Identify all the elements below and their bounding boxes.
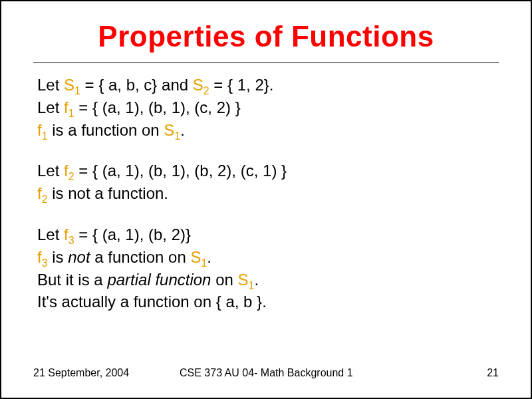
sym-sub: 1: [174, 130, 180, 141]
text: Let: [37, 225, 64, 243]
symbol-f2: f2: [64, 162, 74, 180]
text: = { (a, 1), (b, 2)}: [74, 225, 191, 243]
sym-sub: 2: [68, 171, 74, 182]
slide-content: Let S1 = { a, b, c} and S2 = { 1, 2}. Le…: [33, 75, 499, 312]
sym-letter: f: [64, 98, 68, 116]
text: Let: [37, 162, 64, 180]
block3-line1: Let f3 = { (a, 1), (b, 2)}: [37, 225, 499, 247]
footer-page-number: 21: [459, 367, 499, 379]
symbol-S2: S2: [193, 76, 209, 94]
block-3: Let f3 = { (a, 1), (b, 2)} f3 is not a f…: [37, 225, 499, 312]
sym-letter: S: [190, 248, 201, 266]
sym-sub: 1: [201, 257, 207, 269]
block1-line1: Let S1 = { a, b, c} and S2 = { 1, 2}.: [37, 75, 499, 98]
text: .: [180, 121, 185, 139]
sym-letter: S: [164, 121, 174, 139]
sym-sub: 1: [42, 130, 48, 141]
text: = { a, b, c} and: [80, 76, 193, 94]
text: .: [254, 271, 259, 289]
sym-letter: f: [37, 121, 42, 139]
sym-letter: f: [37, 248, 42, 266]
symbol-f1: f1: [64, 98, 74, 116]
text: is a function on: [48, 121, 164, 139]
emph-partial-function: partial function: [107, 271, 211, 289]
text: is: [48, 248, 68, 266]
block2-line1: Let f2 = { (a, 1), (b, 1), (b, 2), (c, 1…: [37, 161, 499, 184]
sym-letter: f: [64, 162, 68, 180]
symbol-S1: S1: [190, 248, 207, 266]
slide-title: Properties of Functions: [33, 20, 499, 53]
block1-line3: f1 is a function on S1.: [37, 120, 499, 143]
text: Let: [37, 76, 64, 94]
block-1: Let S1 = { a, b, c} and S2 = { 1, 2}. Le…: [37, 75, 499, 142]
symbol-S1: S1: [164, 121, 180, 139]
block3-line3: But it is a partial function on S1.: [37, 270, 499, 293]
symbol-f3: f3: [37, 248, 48, 266]
symbol-S1: S1: [238, 271, 255, 289]
sym-letter: S: [64, 76, 74, 94]
block3-line2: f3 is not a function on S1.: [37, 247, 499, 270]
title-divider: [33, 63, 499, 63]
slide-footer: 21 September, 2004 CSE 373 AU 04- Math B…: [33, 367, 499, 379]
text: a function on: [90, 248, 191, 266]
sym-sub: 2: [42, 194, 48, 205]
text: = { 1, 2}.: [209, 76, 274, 94]
footer-date: 21 September, 2004: [33, 367, 166, 379]
symbol-f2: f2: [37, 184, 48, 202]
text: is not a function.: [48, 184, 168, 202]
text: But it is a: [37, 271, 107, 289]
block-2: Let f2 = { (a, 1), (b, 1), (b, 2), (c, 1…: [37, 161, 499, 206]
symbol-S1: S1: [64, 76, 80, 94]
sym-sub: 1: [68, 108, 74, 119]
sym-sub: 3: [68, 235, 74, 246]
text: Let: [37, 98, 64, 116]
sym-letter: f: [64, 225, 68, 243]
slide: Properties of Functions Let S1 = { a, b,…: [0, 0, 532, 399]
sym-letter: f: [37, 184, 42, 202]
block3-line4: It's actually a function on { a, b }.: [37, 292, 499, 312]
text: on: [211, 271, 237, 289]
text: .: [207, 248, 211, 266]
sym-sub: 3: [42, 257, 48, 269]
sym-sub: 1: [74, 85, 80, 96]
text: = { (a, 1), (b, 1), (b, 2), (c, 1) }: [74, 162, 287, 180]
block1-line2: Let f1 = { (a, 1), (b, 1), (c, 2) }: [37, 98, 499, 120]
emph-not: not: [68, 248, 90, 266]
sym-sub: 2: [203, 85, 209, 96]
symbol-f3: f3: [64, 225, 74, 243]
footer-course: CSE 373 AU 04- Math Background 1: [166, 367, 459, 379]
block2-line2: f2 is not a function.: [37, 184, 499, 206]
sym-letter: S: [238, 271, 249, 289]
symbol-f1: f1: [37, 121, 48, 139]
text: = { (a, 1), (b, 1), (c, 2) }: [74, 98, 241, 116]
sym-letter: S: [193, 76, 203, 94]
